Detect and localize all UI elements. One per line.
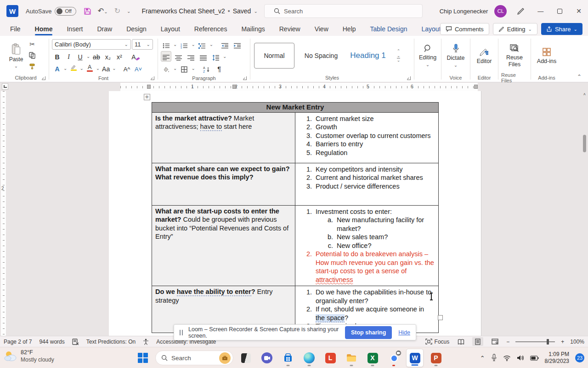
align-right-button[interactable] <box>186 51 196 62</box>
tab-stop-selector[interactable] <box>2 83 8 90</box>
user-name[interactable]: Chip Longenecker <box>440 8 488 15</box>
style-normal[interactable]: Normal <box>254 43 294 69</box>
paragraph-dialog-launcher[interactable] <box>243 76 247 80</box>
vertical-ruler[interactable] <box>1 91 6 336</box>
style-heading1[interactable]: Heading 1 <box>348 43 388 69</box>
taskbar-search[interactable]: Search <box>155 351 233 365</box>
style-no-spacing[interactable]: No Spacing <box>301 43 341 69</box>
tab-draw[interactable]: Draw <box>96 23 113 34</box>
shading-chevron[interactable]: ⌄ <box>173 66 177 71</box>
weather-widget[interactable]: 82°F Mostly cloudy <box>4 349 54 363</box>
numbering-button[interactable]: 123 <box>179 39 189 50</box>
align-left-button[interactable] <box>161 51 171 62</box>
taskbar-word[interactable]: W <box>406 349 424 367</box>
font-dialog-launcher[interactable] <box>151 76 154 80</box>
tray-microphone-icon[interactable] <box>491 354 497 362</box>
tray-expand-chevron[interactable]: ⌃ <box>480 355 485 362</box>
indent-marker[interactable] <box>147 85 151 89</box>
comments-button[interactable]: Comments <box>440 23 489 35</box>
save-icon[interactable] <box>84 7 91 15</box>
taskbar-excel[interactable]: X <box>364 349 381 367</box>
underline-button[interactable]: U <box>75 51 85 62</box>
customize-qat-button[interactable]: ⌄ <box>127 9 130 14</box>
tab-design[interactable]: Design <box>125 23 147 34</box>
minimize-button[interactable]: — <box>537 8 543 15</box>
answer-cell-row3[interactable]: Investment costs to enter: New manufactu… <box>295 205 439 286</box>
paste-button[interactable]: Paste ⌄ <box>6 38 27 73</box>
multilevel-chevron[interactable]: ⌄ <box>209 42 213 47</box>
zoom-slider[interactable] <box>515 341 555 342</box>
sort-button[interactable]: AZ <box>202 63 212 74</box>
taskbar-app-dark[interactable] <box>237 349 254 367</box>
notification-badge[interactable]: 23 <box>575 353 584 362</box>
cut-button[interactable]: ✂ <box>27 39 38 49</box>
question-cell-row1[interactable]: Is the market attractive? Market attract… <box>152 112 295 163</box>
speaker-icon[interactable] <box>517 355 524 361</box>
format-painter-button[interactable] <box>27 61 38 71</box>
editor-button[interactable]: Editor <box>473 38 495 73</box>
hide-link[interactable]: Hide <box>398 329 410 336</box>
font-color-button[interactable]: A <box>85 63 95 74</box>
italic-button[interactable]: I <box>63 51 74 62</box>
search-input[interactable]: Search <box>264 4 423 18</box>
wifi-icon[interactable] <box>503 355 511 361</box>
undo-button[interactable]: ↶⌄ <box>98 7 108 15</box>
styles-scroll-up[interactable]: ⌃ <box>397 49 401 53</box>
clipboard-dialog-launcher[interactable] <box>42 76 45 80</box>
horizontal-ruler[interactable]: 1 2 3 4 5 6 <box>0 83 588 91</box>
styles-gallery-expand[interactable]: ⌄ <box>397 58 401 63</box>
collapse-ribbon-button[interactable]: ⌃ <box>577 74 582 80</box>
zoom-level[interactable]: 100% <box>570 339 584 345</box>
editing-mode-button[interactable]: Editing ⌄ <box>493 23 537 35</box>
start-button[interactable] <box>134 349 152 367</box>
focus-button[interactable]: Focus <box>425 339 450 345</box>
tab-help[interactable]: Help <box>342 23 357 34</box>
change-case-button[interactable]: Aa <box>101 63 111 74</box>
shading-button[interactable] <box>161 63 171 74</box>
taskbar-loom[interactable]: L <box>322 349 339 367</box>
tab-mailings[interactable]: Mailings <box>240 23 266 34</box>
text-predictions[interactable]: Text Predictions: On <box>86 339 136 345</box>
font-size-select[interactable]: 11⌄ <box>132 39 153 50</box>
proofing-errors-icon[interactable] <box>72 339 79 345</box>
stop-sharing-button[interactable]: Stop sharing <box>345 326 392 339</box>
avatar[interactable]: CL <box>494 5 507 17</box>
tab-view[interactable]: View <box>314 23 329 34</box>
justify-button[interactable] <box>198 51 209 62</box>
text-effects-chevron[interactable]: ⌄ <box>63 66 67 71</box>
question-cell-row2[interactable]: What market share can we expect to gain?… <box>152 163 295 205</box>
superscript-button[interactable]: x² <box>114 51 124 62</box>
grow-font-button[interactable]: A^ <box>122 63 132 74</box>
increase-indent-button[interactable] <box>232 39 243 50</box>
answer-cell-row1[interactable]: Current market size Growth Customer over… <box>295 112 439 163</box>
vertical-scrollbar[interactable]: ˄ <box>582 91 588 336</box>
multilevel-list-button[interactable] <box>197 39 208 50</box>
shrink-font-button[interactable]: A˅ <box>133 63 144 74</box>
document-page[interactable]: ✛ New Market Entry Is the market attract… <box>109 91 481 336</box>
table-resize-handle[interactable] <box>438 315 443 320</box>
tab-references[interactable]: References <box>193 23 228 34</box>
tab-review[interactable]: Review <box>278 23 301 34</box>
taskbar-chat[interactable] <box>258 349 276 367</box>
zoom-in-button[interactable]: + <box>561 339 564 345</box>
word-app-icon[interactable]: W <box>6 5 18 17</box>
battery-icon[interactable] <box>530 356 539 361</box>
borders-button[interactable] <box>179 63 189 74</box>
answer-cell-row2[interactable]: Key competitors and intensity Current an… <box>295 163 439 205</box>
borders-chevron[interactable]: ⌄ <box>191 66 195 71</box>
close-button[interactable]: ✕ <box>576 7 582 15</box>
scrollbar-thumb[interactable] <box>583 135 586 152</box>
taskbar-powerpoint[interactable]: P <box>427 349 445 367</box>
font-family-select[interactable]: Calibri (Body)⌄ <box>52 39 131 50</box>
tab-layout[interactable]: Layout <box>160 23 181 34</box>
reuse-files-button[interactable]: Reuse Files <box>501 38 528 73</box>
clock[interactable]: 1:09 PM 8/29/2023 <box>545 351 569 365</box>
question-cell-row3[interactable]: What are the start-up costs to enter the… <box>152 205 295 286</box>
line-spacing-chevron[interactable]: ⌄ <box>223 54 226 59</box>
accessibility-icon[interactable] <box>143 339 149 345</box>
text-effects-button[interactable]: A <box>52 63 62 74</box>
tab-table-design[interactable]: Table Design <box>369 23 408 34</box>
taskbar-store[interactable] <box>279 349 297 367</box>
column-marker[interactable] <box>232 85 236 89</box>
table-title-cell[interactable]: New Market Entry <box>152 103 439 113</box>
